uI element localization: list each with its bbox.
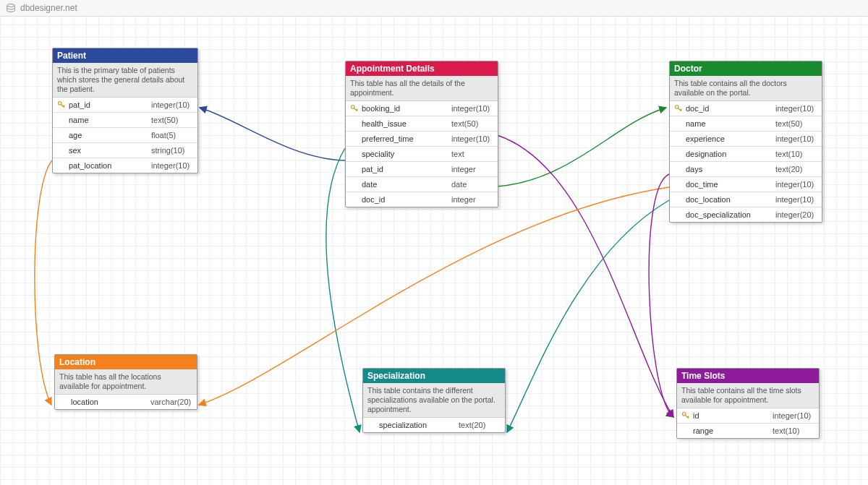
column-name: pat_id	[360, 165, 451, 173]
column-type: string(10)	[151, 146, 195, 155]
table-column[interactable]: agefloat(5)	[53, 127, 197, 142]
table-column[interactable]: pat_locationinteger(10)	[53, 158, 197, 173]
key-placeholder	[56, 130, 67, 140]
column-name: doc_time	[684, 180, 775, 189]
key-placeholder	[680, 426, 692, 436]
column-name: health_issue	[360, 119, 451, 128]
table-column[interactable]: locationvarchar(20)	[55, 395, 197, 409]
table-description: This table has all the details of the ap…	[346, 76, 498, 101]
column-name: doc_location	[684, 195, 775, 204]
table-column[interactable]: nametext(50)	[53, 112, 197, 127]
table-column[interactable]: nametext(50)	[670, 116, 822, 131]
column-type: text(20)	[459, 421, 502, 429]
column-type: text(10)	[775, 150, 819, 158]
column-name: specialization	[378, 421, 459, 429]
table-appointment[interactable]: Appointment DetailsThis table has all th…	[345, 61, 498, 207]
table-timeslots[interactable]: Time SlotsThis table contains all the ti…	[676, 368, 820, 439]
column-type: text	[451, 150, 495, 158]
column-type: integer(10)	[773, 411, 816, 420]
column-type: integer(10)	[151, 161, 195, 170]
table-header[interactable]: Patient	[53, 48, 197, 63]
table-description: This table has all the locations availab…	[55, 369, 197, 395]
table-column[interactable]: pat_idinteger	[346, 161, 498, 176]
column-type: integer(20)	[775, 210, 819, 219]
key-placeholder	[673, 194, 684, 205]
column-name: date	[360, 180, 451, 189]
table-patient[interactable]: PatientThis is the primary table of pati…	[52, 48, 198, 173]
column-type: integer(10)	[451, 104, 495, 113]
column-type: integer(10)	[775, 134, 819, 143]
column-name: age	[67, 131, 151, 140]
table-column[interactable]: doc_timeinteger(10)	[670, 176, 822, 192]
table-column[interactable]: sexstring(10)	[53, 142, 197, 158]
table-column[interactable]: booking_idinteger(10)	[346, 101, 498, 116]
table-header[interactable]: Doctor	[670, 61, 822, 76]
primary-key-icon	[349, 103, 360, 113]
column-type: text(10)	[773, 426, 816, 435]
table-columns: specializationtext(20)	[363, 418, 505, 432]
svg-point-0	[7, 4, 15, 7]
column-name: speciality	[360, 150, 451, 158]
key-placeholder	[349, 134, 360, 144]
column-type: integer(10)	[451, 134, 495, 143]
table-column[interactable]: preferred_timeinteger(10)	[346, 131, 498, 146]
table-doctor[interactable]: DoctorThis table contains all the doctor…	[669, 61, 822, 223]
column-name: doc_id	[684, 104, 775, 113]
table-column[interactable]: designationtext(10)	[670, 146, 822, 161]
table-column[interactable]: pat_idinteger(10)	[53, 98, 197, 112]
table-columns: booking_idinteger(10)health_issuetext(50…	[346, 101, 498, 207]
diagram-canvas[interactable]: dbdesigner.net PatientThis is the primar…	[0, 0, 868, 485]
column-name: sex	[67, 146, 151, 155]
column-type: varchar(20)	[150, 398, 194, 406]
table-column[interactable]: idinteger(10)	[677, 408, 819, 423]
table-header[interactable]: Time Slots	[677, 369, 819, 383]
column-name: name	[684, 119, 775, 128]
table-column[interactable]: doc_idinteger(10)	[670, 101, 822, 116]
table-column[interactable]: specialitytext	[346, 146, 498, 161]
key-placeholder	[366, 420, 378, 430]
table-location[interactable]: LocationThis table has all the locations…	[54, 354, 197, 410]
table-columns: locationvarchar(20)	[55, 395, 197, 409]
table-header[interactable]: Location	[55, 355, 197, 369]
column-name: name	[67, 116, 151, 124]
column-type: text(50)	[775, 119, 819, 128]
column-name: id	[692, 411, 773, 420]
key-placeholder	[349, 179, 360, 189]
table-column[interactable]: specializationtext(20)	[363, 418, 505, 432]
table-columns: idinteger(10)rangetext(10)	[677, 408, 819, 438]
table-column[interactable]: experienceinteger(10)	[670, 131, 822, 146]
table-columns: doc_idinteger(10)nametext(50)experiencei…	[670, 101, 822, 222]
column-type: text(50)	[151, 116, 195, 124]
table-specialization[interactable]: SpecializationThis table contains the di…	[362, 368, 506, 433]
column-type: text(20)	[775, 165, 819, 173]
column-name: designation	[684, 150, 775, 158]
key-placeholder	[673, 179, 684, 189]
table-column[interactable]: doc_specializationinteger(20)	[670, 207, 822, 222]
table-column[interactable]: rangetext(10)	[677, 423, 819, 438]
key-placeholder	[349, 119, 360, 129]
key-placeholder	[56, 115, 67, 125]
key-placeholder	[673, 119, 684, 129]
table-column[interactable]: health_issuetext(50)	[346, 116, 498, 131]
key-placeholder	[673, 210, 684, 220]
table-description: This table contains all the doctors avai…	[670, 76, 822, 101]
column-name: preferred_time	[360, 134, 451, 143]
app-icon	[6, 3, 16, 13]
column-name: range	[692, 426, 773, 435]
brand-label: dbdesigner.net	[20, 3, 77, 13]
column-type: integer	[451, 195, 495, 204]
table-column[interactable]: datedate	[346, 176, 498, 192]
table-column[interactable]: doc_idinteger	[346, 192, 498, 207]
key-placeholder	[56, 145, 67, 155]
column-name: doc_specialization	[684, 210, 775, 219]
table-header[interactable]: Appointment Details	[346, 61, 498, 76]
column-name: location	[69, 398, 150, 406]
column-name: doc_id	[360, 195, 451, 204]
primary-key-icon	[56, 100, 67, 110]
topbar: dbdesigner.net	[0, 0, 868, 17]
table-columns: pat_idinteger(10)nametext(50)agefloat(5)…	[53, 98, 197, 173]
table-column[interactable]: doc_locationinteger(10)	[670, 192, 822, 207]
primary-key-icon	[673, 103, 684, 113]
table-header[interactable]: Specialization	[363, 369, 505, 383]
table-column[interactable]: daystext(20)	[670, 161, 822, 176]
